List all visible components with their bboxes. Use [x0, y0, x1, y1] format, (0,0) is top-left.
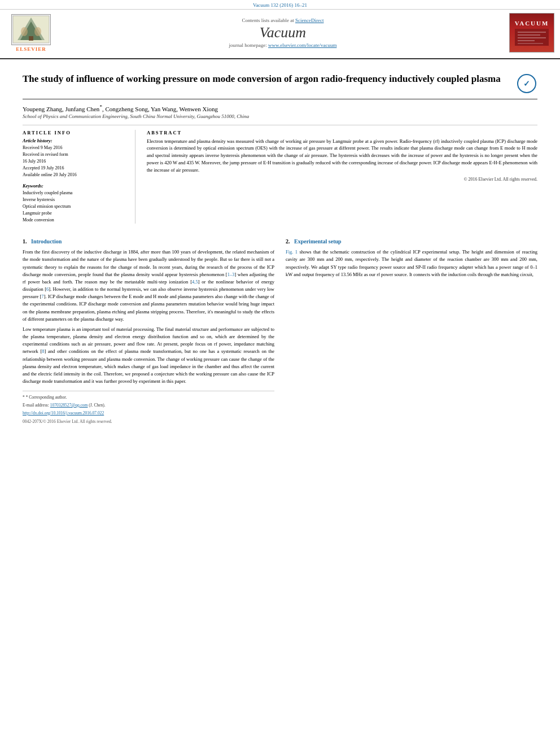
article-info-abstract: ARTICLE INFO Article history: Received 9…: [23, 125, 537, 224]
body-columns: 1. Introduction From the first discovery…: [23, 231, 537, 425]
journal-middle-bar: ELSEVIER Contents lists available at Sci…: [0, 10, 560, 56]
journal-title: Vacuum: [56, 24, 509, 41]
email-suffix: (J. Chen).: [89, 403, 105, 408]
svg-rect-7: [518, 32, 546, 33]
section2-number: 2.: [286, 238, 290, 244]
section2-name: Experimental setup: [294, 238, 342, 244]
vacuum-logo-decoration: [515, 29, 549, 46]
authors-text: Youpeng Zhang, Junfang Chen*, Congzheng …: [23, 106, 218, 112]
journal-center-info: Contents lists available at ScienceDirec…: [56, 18, 509, 48]
article-info-heading: ARTICLE INFO: [23, 130, 127, 136]
article-container: The study of influence of working pressu…: [0, 59, 560, 436]
article-info-col: ARTICLE INFO Article history: Received 9…: [23, 130, 135, 224]
crossmark-icon: ✓: [517, 74, 536, 93]
fig1-ref[interactable]: Fig. 1: [286, 249, 298, 255]
ref-8[interactable]: 8: [42, 348, 44, 354]
authors-line: Youpeng Zhang, Junfang Chen*, Congzheng …: [23, 104, 537, 112]
sciencedirect-line: Contents lists available at ScienceDirec…: [56, 18, 509, 23]
vacuum-journal-logo: VACUUM: [509, 13, 554, 53]
article-history-label: Article history:: [23, 138, 127, 143]
affiliation-line: School of Physics and Communication Engi…: [23, 113, 537, 119]
article-title: The study of influence of working pressu…: [23, 73, 516, 86]
ref-1-3[interactable]: 1–3: [228, 272, 235, 277]
section1-number: 1.: [23, 238, 27, 244]
vacuum-brand-text: VACUUM: [515, 20, 549, 27]
section1-para1: From the first discovery of the inductiv…: [23, 248, 274, 323]
ref-4-5[interactable]: 4,5: [192, 279, 198, 285]
svg-rect-9: [518, 37, 546, 38]
volume-info-bar: Vacuum 132 (2016) 16–21: [0, 0, 560, 10]
received-date: Received 9 May 2016: [23, 145, 127, 151]
section1-para2: Low temperature plasma is an important t…: [23, 326, 274, 385]
svg-rect-10: [518, 40, 535, 41]
revised-date: 16 July 2016: [23, 158, 127, 165]
email-label: E-mail address:: [23, 403, 50, 408]
volume-info: Vacuum 132 (2016) 16–21: [253, 2, 307, 8]
svg-point-5: [34, 27, 41, 36]
section2-title: 2. Experimental setup: [286, 237, 537, 246]
abstract-col: ABSTRACT Electron temperature and plasma…: [147, 130, 537, 224]
section1-name: Introduction: [31, 238, 62, 244]
svg-rect-11: [518, 43, 543, 44]
corresponding-author-note: * * Corresponding author.: [23, 394, 274, 401]
elsevier-logo-art: [11, 14, 51, 45]
svg-rect-3: [29, 36, 33, 41]
email-note: E-mail address: 1070328527@qq.com (J. Ch…: [23, 402, 274, 409]
article-title-section: The study of influence of working pressu…: [23, 73, 537, 99]
corresponding-label: * Corresponding author.: [26, 395, 67, 400]
crossmark-badge: ✓: [516, 73, 537, 94]
copyright-line: © 2016 Elsevier Ltd. All rights reserved…: [147, 177, 537, 182]
ref-7[interactable]: 7: [41, 294, 43, 299]
issn-line: 0042-207X/© 2016 Elsevier Ltd. All right…: [23, 418, 274, 425]
svg-rect-8: [518, 34, 540, 36]
homepage-label: journal homepage:: [229, 42, 268, 48]
homepage-link[interactable]: www.elsevier.com/locate/vacuum: [268, 42, 336, 48]
keywords-section: Keywords: Inductively coupled plasma Inv…: [23, 183, 127, 224]
elsevier-logo: ELSEVIER: [6, 14, 56, 52]
section1-title: 1. Introduction: [23, 237, 274, 246]
homepage-line: journal homepage: www.elsevier.com/locat…: [56, 42, 509, 48]
abstract-text: Electron temperature and plasma density …: [147, 138, 537, 174]
body-col-left: 1. Introduction From the first discovery…: [23, 231, 274, 425]
article-footer: * * Corresponding author. E-mail address…: [23, 391, 274, 425]
keyword-1: Inductively coupled plasma: [23, 190, 127, 196]
accepted-date: Accepted 19 July 2016: [23, 165, 127, 172]
abstract-heading: ABSTRACT: [147, 130, 537, 136]
elsevier-brand-text: ELSEVIER: [16, 46, 46, 52]
svg-point-4: [21, 27, 28, 36]
ref-6[interactable]: 6: [46, 286, 49, 292]
keyword-5: Mode conversion: [23, 217, 127, 224]
keyword-4: Langmuir probe: [23, 210, 127, 217]
body-col-right: 2. Experimental setup Fig. 1 shows that …: [286, 231, 537, 425]
keyword-3: Optical emission spectrum: [23, 203, 127, 210]
sciencedirect-label: Contents lists available at: [242, 18, 295, 23]
doi-line: http://dx.doi.org/10.1016/j.vacuum.2016.…: [23, 410, 274, 417]
corresponding-star: *: [99, 104, 102, 110]
sciencedirect-link[interactable]: ScienceDirect: [295, 18, 323, 23]
keywords-title: Keywords:: [23, 183, 127, 189]
email-link[interactable]: 1070328527@qq.com: [50, 403, 88, 408]
doi-link[interactable]: http://dx.doi.org/10.1016/j.vacuum.2016.…: [23, 410, 104, 416]
section2-para1: Fig. 1 shows that the schematic construc…: [286, 248, 537, 278]
keyword-2: Inverse hysteresis: [23, 196, 127, 203]
available-date: Available online 20 July 2016: [23, 172, 127, 178]
received-revised-label: Received in revised form: [23, 151, 127, 158]
authors-section: Youpeng Zhang, Junfang Chen*, Congzheng …: [23, 104, 537, 119]
journal-header: Vacuum 132 (2016) 16–21 ELSEVIER: [0, 0, 560, 59]
